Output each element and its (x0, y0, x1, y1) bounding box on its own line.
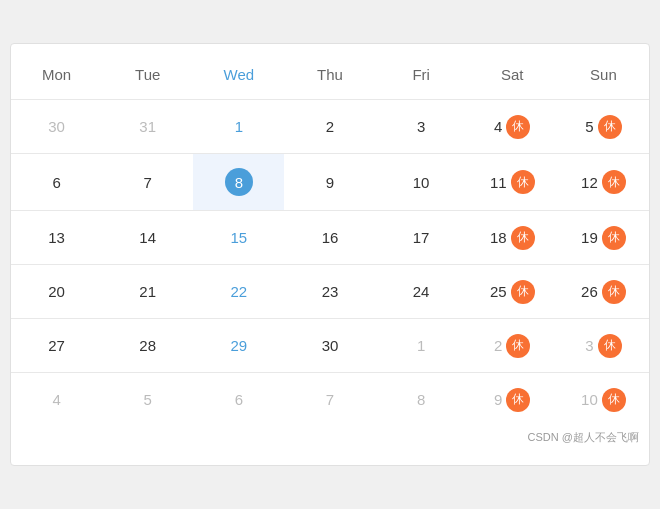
day-cell[interactable]: 12休 (558, 153, 649, 210)
day-number: 21 (139, 283, 156, 300)
day-number: 2 (494, 337, 502, 354)
day-cell[interactable]: 2休 (467, 318, 558, 372)
day-cell[interactable]: 30 (11, 99, 102, 153)
day-cell[interactable]: 2 (284, 99, 375, 153)
day-number: 22 (231, 283, 248, 300)
day-number: 1 (235, 118, 243, 135)
header-sat: Sat (467, 54, 558, 99)
day-number: 14 (139, 229, 156, 246)
day-cell[interactable]: 13 (11, 210, 102, 264)
rest-badge: 休 (511, 170, 535, 194)
header-wed: Wed (193, 54, 284, 99)
header-sun: Sun (558, 54, 649, 99)
rest-badge: 休 (511, 280, 535, 304)
day-number: 10 (581, 391, 598, 408)
day-number: 4 (494, 118, 502, 135)
rest-badge: 休 (511, 226, 535, 250)
day-cell[interactable]: 16 (284, 210, 375, 264)
rest-badge: 休 (602, 280, 626, 304)
header-tue: Tue (102, 54, 193, 99)
day-cell[interactable]: 10 (376, 153, 467, 210)
day-number: 25 (490, 283, 507, 300)
day-number: 9 (494, 391, 502, 408)
rest-badge: 休 (506, 115, 530, 139)
day-cell[interactable]: 4休 (467, 99, 558, 153)
watermark: CSDN @超人不会飞啊 (11, 426, 649, 445)
rest-badge: 休 (506, 334, 530, 358)
day-cell[interactable]: 21 (102, 264, 193, 318)
rest-badge: 休 (602, 170, 626, 194)
day-cell[interactable]: 26休 (558, 264, 649, 318)
day-number: 24 (413, 283, 430, 300)
day-number: 7 (326, 391, 334, 408)
day-cell[interactable]: 24 (376, 264, 467, 318)
day-cell[interactable]: 27 (11, 318, 102, 372)
day-number: 15 (231, 229, 248, 246)
day-cell[interactable]: 7 (102, 153, 193, 210)
day-cell[interactable]: 3 (376, 99, 467, 153)
day-number: 26 (581, 283, 598, 300)
day-number: 19 (581, 229, 598, 246)
day-cell[interactable]: 5休 (558, 99, 649, 153)
day-number: 6 (235, 391, 243, 408)
day-number: 31 (139, 118, 156, 135)
header-thu: Thu (284, 54, 375, 99)
day-cell[interactable]: 31 (102, 99, 193, 153)
rest-badge: 休 (506, 388, 530, 412)
day-number: 8 (225, 168, 253, 196)
day-number: 23 (322, 283, 339, 300)
day-cell[interactable]: 19休 (558, 210, 649, 264)
day-cell[interactable]: 8 (376, 372, 467, 426)
day-cell[interactable]: 1 (376, 318, 467, 372)
header-fri: Fri (376, 54, 467, 99)
day-cell[interactable]: 4 (11, 372, 102, 426)
day-cell[interactable]: 7 (284, 372, 375, 426)
day-number: 3 (585, 337, 593, 354)
day-cell[interactable]: 9休 (467, 372, 558, 426)
day-number: 29 (231, 337, 248, 354)
day-number: 18 (490, 229, 507, 246)
day-cell[interactable]: 15 (193, 210, 284, 264)
day-number: 1 (417, 337, 425, 354)
day-number: 3 (417, 118, 425, 135)
day-cell[interactable]: 5 (102, 372, 193, 426)
day-number: 5 (144, 391, 152, 408)
day-number: 12 (581, 174, 598, 191)
day-cell[interactable]: 11休 (467, 153, 558, 210)
day-number: 10 (413, 174, 430, 191)
day-cell[interactable]: 6 (193, 372, 284, 426)
day-cell[interactable]: 14 (102, 210, 193, 264)
day-cell[interactable]: 1 (193, 99, 284, 153)
day-number: 4 (52, 391, 60, 408)
day-cell[interactable]: 8 (193, 153, 284, 210)
day-cell[interactable]: 22 (193, 264, 284, 318)
calendar-grid: MonTueWedThuFriSatSun30311234休5休67891011… (11, 54, 649, 426)
day-number: 6 (52, 174, 60, 191)
day-cell[interactable]: 10休 (558, 372, 649, 426)
day-cell[interactable]: 17 (376, 210, 467, 264)
day-cell[interactable]: 23 (284, 264, 375, 318)
rest-badge: 休 (598, 115, 622, 139)
day-number: 20 (48, 283, 65, 300)
day-number: 27 (48, 337, 65, 354)
day-cell[interactable]: 28 (102, 318, 193, 372)
day-cell[interactable]: 29 (193, 318, 284, 372)
day-cell[interactable]: 6 (11, 153, 102, 210)
day-number: 8 (417, 391, 425, 408)
day-number: 9 (326, 174, 334, 191)
day-number: 16 (322, 229, 339, 246)
day-cell[interactable]: 9 (284, 153, 375, 210)
day-number: 7 (144, 174, 152, 191)
day-cell[interactable]: 30 (284, 318, 375, 372)
day-cell[interactable]: 3休 (558, 318, 649, 372)
rest-badge: 休 (602, 226, 626, 250)
day-cell[interactable]: 25休 (467, 264, 558, 318)
day-number: 13 (48, 229, 65, 246)
day-number: 30 (322, 337, 339, 354)
day-cell[interactable]: 18休 (467, 210, 558, 264)
day-number: 28 (139, 337, 156, 354)
day-cell[interactable]: 20 (11, 264, 102, 318)
day-number: 5 (585, 118, 593, 135)
rest-badge: 休 (598, 334, 622, 358)
day-number: 30 (48, 118, 65, 135)
